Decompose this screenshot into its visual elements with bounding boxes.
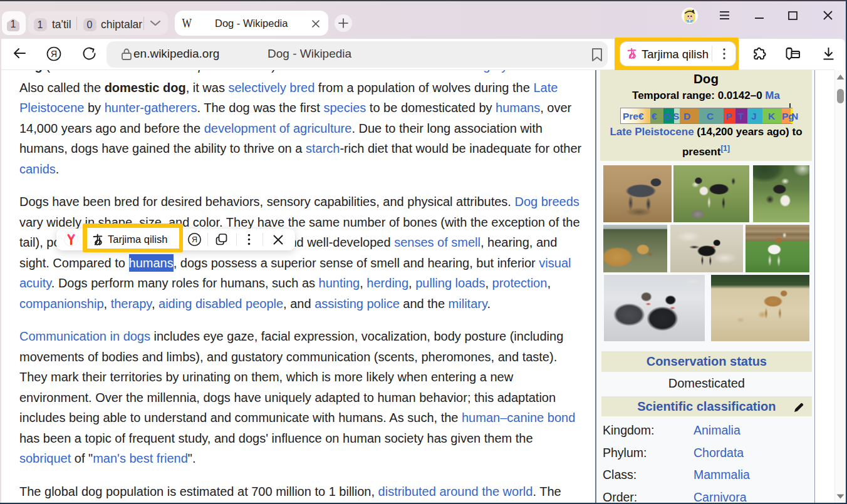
svg-text:Я: Я (51, 49, 57, 59)
svg-text:Я: Я (192, 235, 197, 244)
